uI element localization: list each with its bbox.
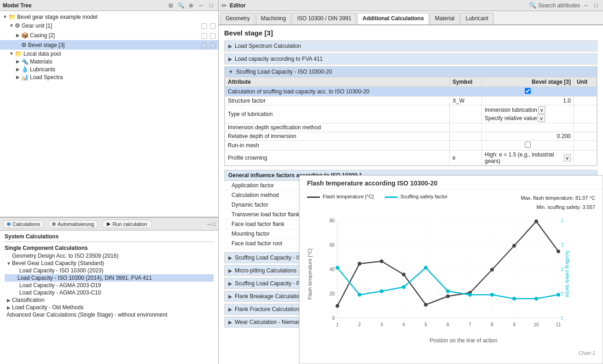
runin-checkbox[interactable] — [525, 142, 531, 148]
tab-geometry[interactable]: Geometry — [220, 13, 255, 24]
attr-lubrication: Type of lubrication — [225, 105, 450, 123]
legend-flash-label: Flash temperature [°C] — [323, 194, 374, 199]
model-tree: ▼ 📁 Bevel gear stage example model ▼ ⚙ G… — [0, 11, 218, 217]
tab-machining[interactable]: Machining — [256, 13, 291, 24]
toggle-local-pool[interactable]: ▼ — [8, 51, 15, 56]
toggle-casing[interactable]: ▶ — [15, 33, 21, 38]
tree-item-materials[interactable]: ▶ 🔩 Materials — [0, 58, 218, 65]
load-spectra-icon: 📊 — [21, 74, 29, 81]
scuffing-dot-11 — [557, 293, 560, 296]
classification-label: Classification — [12, 297, 45, 303]
scuffing-dot-8 — [490, 293, 494, 296]
old-toggle[interactable]: ▶ — [6, 305, 12, 310]
lub-dropdown2-btn[interactable]: v — [538, 115, 545, 122]
calc-group-classification[interactable]: ▶ Classification — [5, 296, 214, 304]
svg-text:9: 9 — [513, 322, 516, 327]
lub-dropdown2[interactable]: Specify relative value v — [485, 115, 571, 122]
calc-item-iso2023[interactable]: Load Capacity - ISO 10300 (2023) — [5, 267, 214, 274]
toggle-load-spectra[interactable]: ▶ — [15, 75, 21, 80]
toggle-bevel-stage[interactable] — [15, 42, 21, 47]
run-label: Run calculation — [112, 221, 147, 227]
scuffing-dot-7 — [468, 293, 472, 296]
svg-text:4: 4 — [402, 322, 405, 327]
search-icon[interactable]: 🔍 — [177, 1, 185, 10]
toggle-root[interactable]: ▼ — [2, 14, 8, 19]
toggle-materials[interactable]: ▶ — [15, 59, 21, 64]
editor-minimize-icon[interactable]: ─ — [582, 1, 590, 10]
svg-text:0: 0 — [332, 316, 335, 321]
scuffing-dot-6 — [446, 289, 450, 293]
calc-item-advanced[interactable]: Advanced Gear Calculations (Single Stage… — [5, 311, 214, 318]
tab-additional-calc[interactable]: Additional Calculations — [357, 13, 429, 24]
maximize-icon[interactable]: □ — [207, 1, 215, 10]
tree-item-lubricants[interactable]: ▶ 💧 Lubricants — [0, 65, 218, 73]
load-spectrum-header[interactable]: ▶ Load Spectrum Calculation — [225, 41, 597, 51]
sym-runin — [450, 141, 482, 150]
svg-text:60: 60 — [330, 243, 335, 248]
folder-icon: 📁 — [8, 13, 16, 20]
svg-text:40: 40 — [330, 267, 335, 272]
scuffing-dot-2 — [358, 293, 361, 296]
calc-group-bevel[interactable]: ▼ Bevel Gear Load Capacity (Standard) — [5, 260, 214, 267]
tab-iso10300[interactable]: ISO 10300 / DIN 3991 — [292, 13, 356, 24]
tree-label-lubricants: Lubricants — [30, 66, 55, 73]
lub-dropdown1[interactable]: Immersion lubrication v — [485, 106, 571, 114]
class-toggle[interactable]: ▶ — [6, 298, 12, 303]
load-spectrum-arrow: ▶ — [228, 43, 232, 49]
tree-item-local-pool[interactable]: ▼ 📁 Local data pool — [0, 50, 218, 58]
chart-legend: Flash temperature [°C] Scuffing safety f… — [307, 194, 447, 199]
bottom-minimize-icon[interactable]: ─ □ — [208, 221, 216, 227]
scuffing-label: Scuffing Load Capacity - ISO 10300-20 — [236, 69, 332, 75]
tree-item-root[interactable]: ▼ 📁 Bevel gear stage example model — [0, 13, 218, 21]
scuffing-arrow: ▼ — [228, 69, 233, 75]
val-structure[interactable]: 1.0 — [482, 97, 574, 105]
tab-lubricant[interactable]: Lubricant — [461, 13, 493, 24]
calc-group-old[interactable]: ▶ Load Capacity - Old Methods — [5, 304, 214, 311]
val-calc-scuffing[interactable] — [482, 87, 574, 97]
scuffing-header[interactable]: ▼ Scuffing Load Capacity - ISO 10300-20 — [225, 67, 597, 77]
sym-lubrication — [450, 105, 482, 123]
attr-structure: Structure factor — [225, 97, 450, 105]
zoom-icon[interactable]: ⊕ — [187, 1, 195, 10]
scuffing-checkbox[interactable] — [525, 88, 531, 94]
tree-item-gear-unit[interactable]: ▼ ⚙ Gear unit [1] ▢ ▢ — [0, 21, 218, 30]
scuffing-is-label: Scuffing Load Capacity - IS — [235, 254, 302, 261]
toggle-lubricants[interactable]: ▶ — [15, 67, 21, 72]
editor-tabs: Geometry Machining ISO 10300 / DIN 3991 … — [219, 11, 603, 25]
sym-relative-depth — [450, 132, 482, 141]
minimize-icon[interactable]: ─ — [197, 1, 205, 10]
tree-item-load-spectra[interactable]: ▶ 📊 Load Spectra — [0, 73, 218, 81]
gear-unit-icon: ⚙ — [15, 22, 20, 29]
bottom-panel-header: Calculations Automatisierung ▶ Run calcu… — [0, 218, 218, 231]
val-lubrication[interactable]: Immersion lubrication v Specify relative… — [482, 105, 574, 123]
grid-icon[interactable]: ⊞ — [167, 1, 175, 10]
lub-dropdown1-btn[interactable]: v — [538, 106, 545, 114]
editor-maximize-icon[interactable]: □ — [592, 1, 600, 10]
val-relative-depth[interactable]: 0.200 — [482, 132, 574, 141]
profile-dropdown-btn[interactable]: v — [564, 154, 571, 162]
calc-bevel-label: Bevel Gear Load Capacity (Standard) — [12, 260, 104, 266]
calc-item-geometry[interactable]: Geometry Design Acc. to ISO 23509 (2016) — [5, 252, 214, 260]
calc-item-agma-c10[interactable]: Load Capacity - AGMA 2003-C10 — [5, 289, 214, 296]
automatisierung-tab[interactable]: Automatisierung — [48, 220, 99, 228]
flash-line-legend — [307, 196, 320, 198]
gear-unit-actions: ▢ ▢ — [201, 21, 216, 30]
attr-relative-depth: Relative depth of immersion — [225, 132, 450, 141]
load-fva-header[interactable]: ▶ Load capacity according to FVA 411 — [225, 54, 597, 64]
calculations-tab-label: Calculations — [12, 221, 40, 227]
calc-item-agma-d19[interactable]: Load Capacity - AGMA 2003-D19 — [5, 282, 214, 289]
run-calculation-button[interactable]: ▶ Run calculation — [102, 220, 152, 228]
bevel-toggle[interactable]: ▼ — [6, 261, 12, 266]
calculations-tab[interactable]: Calculations — [3, 220, 44, 228]
tab-material[interactable]: Material — [430, 13, 460, 24]
bevel-stage-section-title: Bevel stage [3] — [224, 29, 597, 37]
toggle-gear-unit[interactable]: ▼ — [8, 23, 15, 28]
val-runin[interactable] — [482, 141, 574, 150]
editor-title: Editor — [230, 2, 246, 9]
calc-item-iso2014[interactable]: Load Capacity - ISO 10300 (2014), DIN 39… — [5, 274, 214, 282]
val-profile[interactable]: High: e = 1.5 (e.g., industrial gears) v — [482, 150, 574, 166]
svg-text:20: 20 — [330, 291, 335, 296]
table-row-lubrication: Type of lubrication Immersion lubricatio… — [225, 105, 597, 123]
tree-item-bevel-stage[interactable]: ⚙ Bevel stage [3] ▢ ▢ — [0, 40, 218, 50]
tree-item-casing[interactable]: ▶ 📦 Casing [2] ▢ ▢ — [0, 30, 218, 40]
